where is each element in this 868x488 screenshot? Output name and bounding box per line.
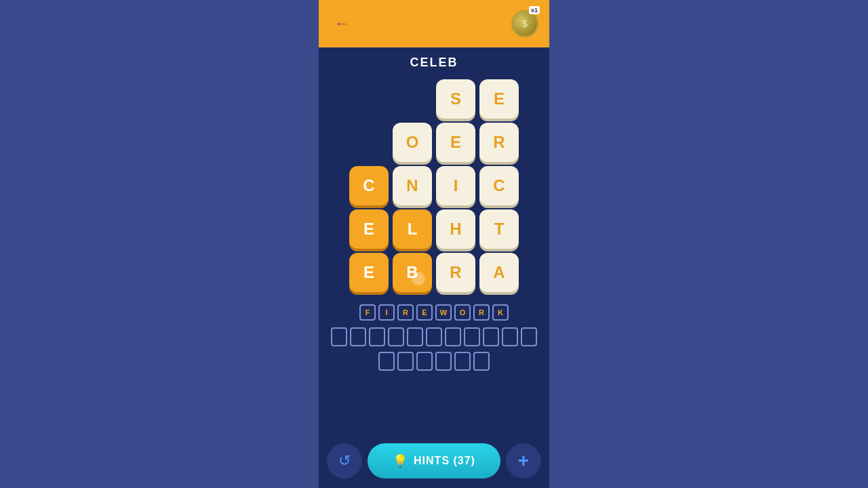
answer-row-1	[331, 327, 537, 346]
hint-r: R	[397, 304, 414, 321]
x1-badge: x1	[529, 6, 540, 14]
ans-box-6	[426, 327, 442, 346]
tile-E-row1[interactable]: E	[479, 79, 519, 119]
hint-e: E	[416, 304, 433, 321]
hints-button[interactable]: 💡 HINTS (37)	[368, 443, 500, 479]
grid-row-2: O E R	[393, 123, 519, 162]
tile-T-row4[interactable]: T	[479, 209, 519, 249]
ans-box-4	[388, 327, 404, 346]
tile-C-row3[interactable]: C	[349, 166, 389, 205]
ans2-box-6	[473, 352, 490, 371]
ans-box-1	[331, 327, 347, 346]
bulb-icon: 💡	[393, 453, 408, 468]
bottom-controls: ↺ 💡 HINTS (37) +	[319, 434, 549, 488]
refresh-icon: ↺	[338, 452, 351, 470]
hint-o: O	[454, 304, 471, 321]
ans2-box-2	[397, 352, 414, 371]
bottom-section: ↺ 💡 HINTS (37) +	[319, 434, 549, 488]
tile-N-row3[interactable]: N	[393, 166, 432, 205]
tile-E-row4[interactable]: E	[349, 209, 389, 249]
top-bar: ← $ x1	[319, 0, 549, 47]
coin-symbol: $	[522, 18, 528, 29]
right-panel	[549, 0, 868, 488]
grid-row-3: C N I C	[349, 166, 519, 205]
hint-f: F	[359, 304, 376, 321]
ans-box-7	[445, 327, 461, 346]
coin-icon[interactable]: $	[511, 10, 538, 37]
grid-row-5: E B R A	[349, 253, 519, 292]
tile-B-row5[interactable]: B	[393, 253, 432, 292]
refresh-button[interactable]: ↺	[327, 443, 362, 479]
hint-i: I	[378, 304, 395, 321]
tile-H-row4[interactable]: H	[436, 209, 475, 249]
category-title: CELEB	[410, 56, 458, 70]
hint-word-row: F I R E W O R K	[359, 304, 509, 321]
grid-row-1: S E	[436, 79, 519, 119]
plus-icon: +	[518, 450, 529, 472]
hints-label: HINTS (37)	[414, 455, 475, 467]
ans-box-11	[521, 327, 537, 346]
back-arrow-icon: ←	[334, 15, 349, 33]
ans2-box-1	[378, 352, 395, 371]
ans-box-10	[502, 327, 518, 346]
hint-r2: R	[473, 304, 490, 321]
hint-w: W	[435, 304, 452, 321]
ans2-box-5	[454, 352, 471, 371]
ans-box-5	[407, 327, 423, 346]
ans-box-9	[483, 327, 499, 346]
ans2-box-3	[416, 352, 433, 371]
tile-O-row2[interactable]: O	[393, 123, 432, 162]
tile-I-row3[interactable]: I	[436, 166, 475, 205]
coin-area: $ x1	[511, 10, 538, 37]
tile-R-row2[interactable]: R	[479, 123, 519, 162]
tile-S-row1[interactable]: S	[436, 79, 475, 119]
ans-box-2	[350, 327, 366, 346]
plus-button[interactable]: +	[506, 443, 541, 479]
tile-L-row4[interactable]: L	[393, 209, 432, 249]
ans-box-3	[369, 327, 385, 346]
phone-frame: ← $ x1 CELEB S E O E R C	[319, 0, 549, 488]
answer-row-2	[378, 352, 490, 371]
back-button[interactable]: ←	[330, 12, 354, 36]
grid-row-4: E L H T	[349, 209, 519, 249]
tile-E-row2[interactable]: E	[436, 123, 475, 162]
tile-R-row5[interactable]: R	[436, 253, 475, 292]
letter-grid: S E O E R C N I C E L H T	[349, 79, 519, 292]
ans-box-8	[464, 327, 480, 346]
tile-A-row5[interactable]: A	[479, 253, 519, 292]
ans2-box-4	[435, 352, 452, 371]
tile-C2-row3[interactable]: C	[479, 166, 519, 205]
tile-E-row5[interactable]: E	[349, 253, 389, 292]
hint-k: K	[492, 304, 509, 321]
game-area: CELEB S E O E R C N I C E	[319, 47, 549, 434]
left-panel	[0, 0, 319, 488]
